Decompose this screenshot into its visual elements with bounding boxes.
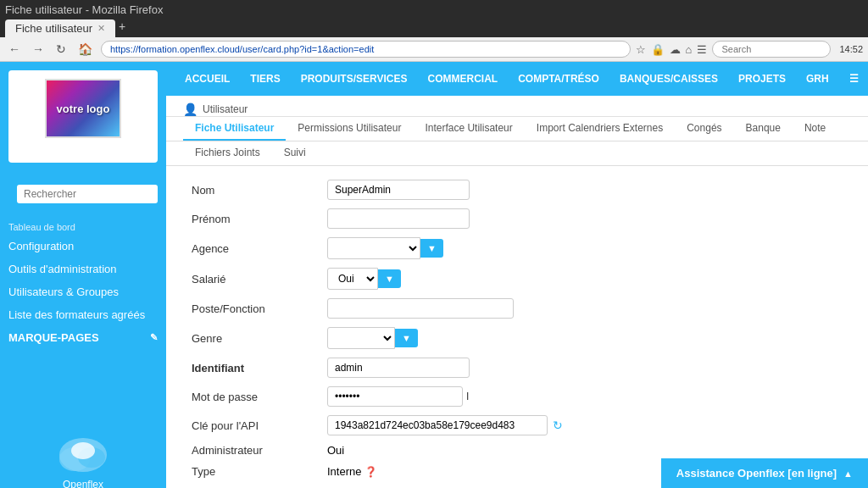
form-row-prenom: Prénom bbox=[192, 208, 843, 229]
assistance-button[interactable]: Assistance Openflex [en ligne] ▲ bbox=[661, 458, 868, 488]
label-agence: Agence bbox=[192, 242, 327, 255]
sidebar-section-label: Tableau de bord bbox=[0, 217, 166, 235]
main-area: ACCUEIL TIERS PRODUITS/SERVICES COMMERCI… bbox=[166, 62, 868, 488]
label-api: Clé pour l'API bbox=[192, 419, 327, 432]
tab-interface[interactable]: Interface Utilisateur bbox=[413, 117, 524, 141]
breadcrumb-utilisateur[interactable]: Utilisateur bbox=[203, 103, 248, 115]
tab-banque[interactable]: Banque bbox=[734, 117, 793, 141]
edit-icon[interactable]: ✎ bbox=[150, 332, 158, 343]
nav-tiers[interactable]: TIERS bbox=[240, 62, 290, 96]
logo-area: votre logo OPENFLEX bbox=[8, 70, 158, 163]
tab-bar: Fiche Utilisateur Permissions Utilisateu… bbox=[166, 117, 868, 141]
form-row-salarie: Salarié Oui ▼ bbox=[192, 268, 843, 290]
input-nom[interactable] bbox=[327, 180, 470, 200]
label-nom: Nom bbox=[192, 184, 327, 197]
sidebar-item-marque-pages[interactable]: MARQUE-PAGES ✎ bbox=[0, 326, 166, 349]
form-row-identifiant: Identifiant bbox=[192, 358, 843, 378]
agence-select-btn[interactable]: ▼ bbox=[420, 239, 443, 258]
back-button[interactable]: ← bbox=[5, 41, 24, 58]
label-motdepasse: Mot de passe bbox=[192, 391, 327, 403]
form-row-nom: Nom bbox=[192, 180, 843, 200]
svg-point-3 bbox=[71, 442, 95, 459]
nav-grh[interactable]: GRH bbox=[796, 62, 839, 96]
sidebar-item-outils[interactable]: Outils d'administration bbox=[0, 258, 166, 280]
label-admin: Administrateur bbox=[192, 444, 327, 457]
lock-icon: 🔒 bbox=[651, 43, 665, 56]
label-genre: Genre bbox=[192, 332, 327, 345]
genre-select-btn[interactable]: ▼ bbox=[395, 329, 418, 347]
sidebar-item-formateurs[interactable]: Liste des formateurs agréés bbox=[0, 303, 166, 326]
company-name: OPENFLEX bbox=[17, 141, 149, 154]
browser-chrome: Fiche utilisateur - Mozilla Firefox Fich… bbox=[0, 0, 868, 37]
browser-tab[interactable]: Fiche utilisateur ✕ bbox=[5, 19, 115, 37]
select-agence[interactable] bbox=[327, 237, 420, 259]
salarie-select-btn[interactable]: ▼ bbox=[378, 269, 401, 288]
sidebar-search-input[interactable] bbox=[17, 185, 158, 203]
form-container: Nom Prénom Agence ▼ Salarié Oui bbox=[166, 166, 868, 488]
browser-search-input[interactable] bbox=[712, 41, 831, 58]
sidebar-item-label: Outils d'administration bbox=[8, 263, 116, 275]
tab-close-icon[interactable]: ✕ bbox=[97, 23, 105, 34]
select-genre[interactable] bbox=[327, 327, 395, 349]
tab-note[interactable]: Note bbox=[793, 117, 837, 141]
reload-button[interactable]: ↻ bbox=[53, 41, 70, 58]
nav-compta[interactable]: COMPTA/TRÉSO bbox=[508, 62, 609, 96]
user-breadcrumb-icon: 👤 bbox=[183, 103, 198, 116]
home2-icon[interactable]: ⌂ bbox=[686, 43, 693, 56]
browser-toolbar: ← → ↻ 🏠 ☆ 🔒 ☁ ⌂ ☰ 14:52 bbox=[0, 37, 868, 62]
sidebar-item-utilisateurs[interactable]: Utilisateurs & Groupes bbox=[0, 280, 166, 303]
input-motdepasse[interactable] bbox=[327, 386, 463, 407]
bookmark-icon[interactable]: ☆ bbox=[636, 43, 646, 56]
input-identifiant[interactable] bbox=[327, 358, 470, 378]
nav-accueil[interactable]: ACCUEIL bbox=[175, 62, 240, 96]
url-bar[interactable] bbox=[101, 41, 631, 58]
label-prenom: Prénom bbox=[192, 213, 327, 225]
tab-conges[interactable]: Congés bbox=[675, 117, 733, 141]
cloud-icon: ☁ bbox=[670, 43, 681, 56]
label-salarie: Salarié bbox=[192, 273, 327, 286]
tab-suivi[interactable]: Suivi bbox=[272, 141, 318, 165]
label-type: Type bbox=[192, 465, 327, 478]
form-row-genre: Genre ▼ bbox=[192, 327, 843, 349]
select-salarie[interactable]: Oui bbox=[327, 268, 378, 290]
app-container: votre logo OPENFLEX ▼ Tableau de bord Co… bbox=[0, 62, 868, 488]
tab-import-calendriers[interactable]: Import Calendriers Externes bbox=[525, 117, 675, 141]
api-key-wrap: ↻ bbox=[327, 415, 563, 435]
menu-icon[interactable]: ☰ bbox=[697, 43, 707, 56]
nav-commercial[interactable]: COMMERCIAL bbox=[418, 62, 509, 96]
assistance-bar: Assistance Openflex [en ligne] ▲ bbox=[661, 458, 868, 488]
input-prenom[interactable] bbox=[327, 208, 470, 229]
sidebar-item-label: Liste des formateurs agréés bbox=[8, 308, 145, 321]
help-icon[interactable]: ❓ bbox=[364, 466, 377, 478]
browser-titlebar: Fiche utilisateur - Mozilla Firefox bbox=[5, 3, 863, 16]
input-api-key[interactable] bbox=[327, 415, 548, 435]
form-row-agence: Agence ▼ bbox=[192, 237, 843, 259]
refresh-icon[interactable]: ↻ bbox=[553, 419, 563, 432]
tab-permissions[interactable]: Permissions Utilisateur bbox=[286, 117, 413, 141]
chevron-up-icon: ▲ bbox=[843, 469, 853, 479]
browser-title: Fiche utilisateur - Mozilla Firefox bbox=[5, 3, 163, 16]
sidebar-bottom-label: Openflex bbox=[8, 479, 158, 488]
new-tab-button[interactable]: + bbox=[119, 19, 125, 37]
nav-produits[interactable]: PRODUITS/SERVICES bbox=[291, 62, 418, 96]
sidebar-item-label: MARQUE-PAGES bbox=[8, 331, 99, 344]
nav-banques[interactable]: BANQUES/CAISSES bbox=[609, 62, 728, 96]
tab-fiche-utilisateur[interactable]: Fiche Utilisateur bbox=[183, 117, 286, 141]
form-row-poste: Poste/Fonction bbox=[192, 298, 843, 319]
user-header: 👤 Utilisateur bbox=[166, 96, 868, 117]
input-poste[interactable] bbox=[327, 298, 514, 319]
sidebar-item-configuration[interactable]: Configuration bbox=[0, 235, 166, 258]
home-button[interactable]: 🏠 bbox=[75, 41, 96, 58]
nav-projets[interactable]: PROJETS bbox=[728, 62, 796, 96]
tab-label: Fiche utilisateur bbox=[15, 22, 92, 35]
time-display: 14:52 bbox=[839, 44, 863, 54]
tab-fichiers-joints[interactable]: Fichiers Joints bbox=[183, 141, 272, 165]
sidebar-bottom: Openflex bbox=[0, 425, 166, 488]
forward-button[interactable]: → bbox=[29, 41, 47, 58]
sidebar-item-label: Utilisateurs & Groupes bbox=[8, 286, 119, 298]
logo-text: votre logo bbox=[57, 103, 110, 115]
value-admin: Oui bbox=[327, 444, 344, 457]
tab-bar2: Fichiers Joints Suivi bbox=[166, 141, 868, 166]
sidebar-search-wrap: ▼ bbox=[8, 178, 158, 210]
nav-menu-icon[interactable]: ☰ bbox=[839, 62, 868, 96]
